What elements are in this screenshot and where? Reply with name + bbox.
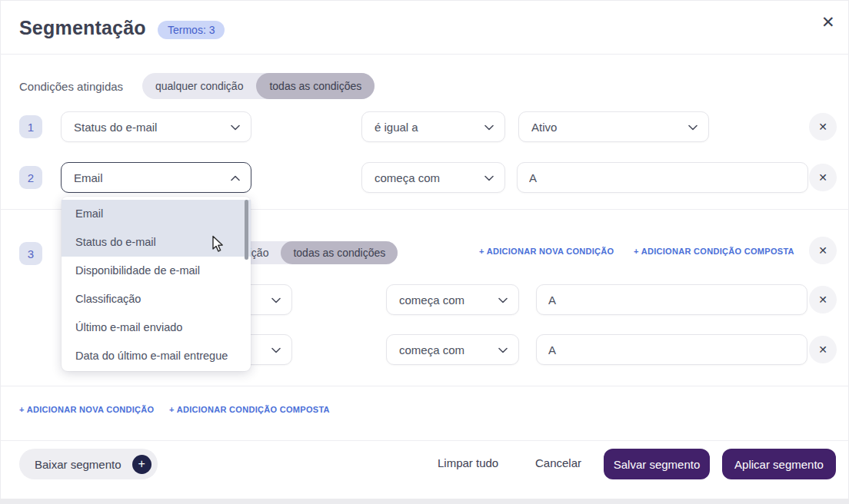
save-segment-button[interactable]: Salvar segmento <box>604 449 710 479</box>
add-condition-link[interactable]: + ADICIONAR NOVA CONDIÇÃO <box>479 247 614 256</box>
x-icon: ✕ <box>818 121 827 133</box>
value-input[interactable] <box>517 162 808 193</box>
value-select[interactable]: Ativo <box>518 111 709 142</box>
segmentation-dialog: Segmentação Termos: 3 ✕ Condições atingi… <box>0 0 849 504</box>
field-select-value: Email <box>74 171 103 184</box>
dropdown-item[interactable]: Data do último e-mail entregue <box>62 342 251 370</box>
chevron-up-icon <box>231 171 240 184</box>
dropdown-item[interactable]: Último e-mail enviado <box>62 313 251 342</box>
field-select-open[interactable]: Email <box>61 162 251 193</box>
terms-badge: Termos: 3 <box>158 21 225 39</box>
dialog-title: Segmentação <box>19 17 146 39</box>
download-segment-button[interactable]: Baixar segmento + <box>19 449 158 479</box>
close-button[interactable]: ✕ <box>818 11 838 33</box>
operator-select-value: é igual a <box>375 121 418 134</box>
remove-condition-button[interactable]: ✕ <box>809 286 837 313</box>
toggle-option-any[interactable]: qualquer condição <box>142 73 256 99</box>
cursor-icon <box>211 235 226 257</box>
divider <box>0 54 849 55</box>
value-input[interactable] <box>536 284 807 315</box>
operator-select-value: começa com <box>375 171 440 184</box>
dropdown-item[interactable]: Email <box>62 200 251 228</box>
close-icon: ✕ <box>821 13 835 31</box>
remove-condition-button[interactable]: ✕ <box>809 336 837 363</box>
operator-select[interactable]: começa com <box>361 162 505 193</box>
toggle-option-all[interactable]: todas as condições <box>256 73 375 99</box>
chevron-down-icon <box>484 120 494 134</box>
chevron-down-icon <box>231 120 240 134</box>
operator-select[interactable]: começa com <box>386 284 519 315</box>
value-input[interactable] <box>536 334 807 365</box>
apply-segment-button[interactable]: Aplicar segmento <box>722 449 836 479</box>
download-segment-label: Baixar segmento <box>35 458 122 471</box>
operator-select[interactable]: é igual a <box>361 111 505 142</box>
remove-group-button[interactable]: ✕ <box>809 237 837 264</box>
toggle-option-all[interactable]: todas as condições <box>281 241 398 264</box>
value-select-value: Ativo <box>531 121 557 134</box>
page-background-strip <box>0 499 849 504</box>
field-select-value: Status do e-mail <box>74 121 157 134</box>
divider <box>0 386 849 386</box>
operator-select[interactable]: começa com <box>386 334 519 365</box>
chevron-down-icon <box>271 293 281 307</box>
chevron-down-icon <box>498 293 508 307</box>
divider <box>0 440 849 441</box>
add-condition-link[interactable]: + ADICIONAR NOVA CONDIÇÃO <box>19 405 154 414</box>
x-icon: ✕ <box>818 343 827 356</box>
x-icon: ✕ <box>818 293 827 306</box>
field-select[interactable]: Status do e-mail <box>61 111 251 142</box>
dropdown-scrollbar[interactable] <box>245 200 248 260</box>
row-number-badge: 3 <box>19 242 42 265</box>
x-icon: ✕ <box>818 171 827 184</box>
chevron-down-icon <box>688 120 698 134</box>
remove-condition-button[interactable]: ✕ <box>809 164 837 191</box>
row-number-badge: 2 <box>19 166 42 189</box>
plus-icon: + <box>132 455 151 474</box>
chevron-down-icon <box>498 343 508 356</box>
chevron-down-icon <box>484 171 494 184</box>
field-dropdown-menu: Email Status do e-mail Disponibilidade d… <box>62 197 251 371</box>
chevron-down-icon <box>271 343 281 356</box>
operator-select-value: começa com <box>399 343 464 356</box>
remove-condition-button[interactable]: ✕ <box>809 113 837 141</box>
conditions-label: Condições atingidas <box>19 80 123 93</box>
cancel-button[interactable]: Cancelar <box>531 456 586 470</box>
operator-select-value: começa com <box>399 293 464 307</box>
add-composite-condition-link[interactable]: + ADICIONAR CONDIÇÃO COMPOSTA <box>634 247 794 256</box>
clear-all-button[interactable]: Limpar tudo <box>433 456 503 470</box>
row-number-badge: 1 <box>19 115 42 138</box>
dropdown-item[interactable]: Disponibilidade de e-mail <box>62 257 251 285</box>
condition-match-toggle: qualquer condição todas as condições <box>142 73 375 99</box>
dropdown-item[interactable]: Classificação <box>62 285 251 313</box>
x-icon: ✕ <box>818 244 827 257</box>
add-composite-condition-link[interactable]: + ADICIONAR CONDIÇÃO COMPOSTA <box>169 405 330 414</box>
